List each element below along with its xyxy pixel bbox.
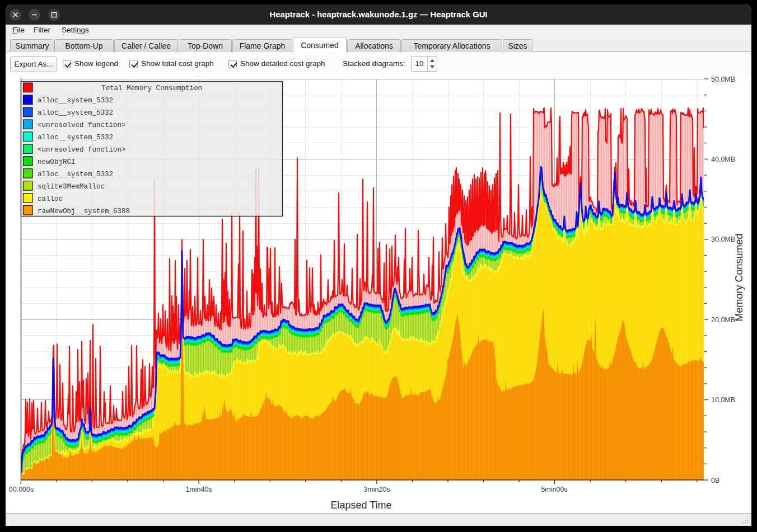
svg-text:alloc__system_5332: alloc__system_5332 [38,109,113,117]
svg-text:alloc__system_5332: alloc__system_5332 [38,171,113,178]
svg-text:10,0MB: 10,0MB [711,396,735,404]
svg-text:Elapsed Time: Elapsed Time [330,500,391,511]
svg-text:newObjRC1: newObjRC1 [38,158,76,166]
svg-text:alloc__system_5332: alloc__system_5332 [38,134,113,142]
svg-text:sqlite3MemMalloc: sqlite3MemMalloc [38,183,105,191]
svg-text:calloc: calloc [38,195,63,203]
svg-text:Total Memory Consumption: Total Memory Consumption [101,84,202,92]
svg-text:00.000s: 00.000s [9,486,34,493]
svg-text:20,0MB: 20,0MB [711,316,735,324]
svg-text:30,0MB: 30,0MB [711,236,735,243]
svg-text:<unresolved function>: <unresolved function> [38,121,126,129]
svg-text:3min20s: 3min20s [363,486,390,493]
svg-text:alloc__system_5332: alloc__system_5332 [38,97,113,105]
svg-text:1min40s: 1min40s [185,486,212,493]
svg-text:rawNewObj__system_6388: rawNewObj__system_6388 [38,208,130,215]
svg-text:Memory Consumed: Memory Consumed [733,233,745,321]
svg-text:<unresolved function>: <unresolved function> [38,146,126,154]
svg-text:0B: 0B [711,477,719,484]
svg-text:50,0MB: 50,0MB [711,76,735,83]
svg-text:40,0MB: 40,0MB [711,156,735,163]
svg-text:5min00s: 5min00s [541,486,567,493]
